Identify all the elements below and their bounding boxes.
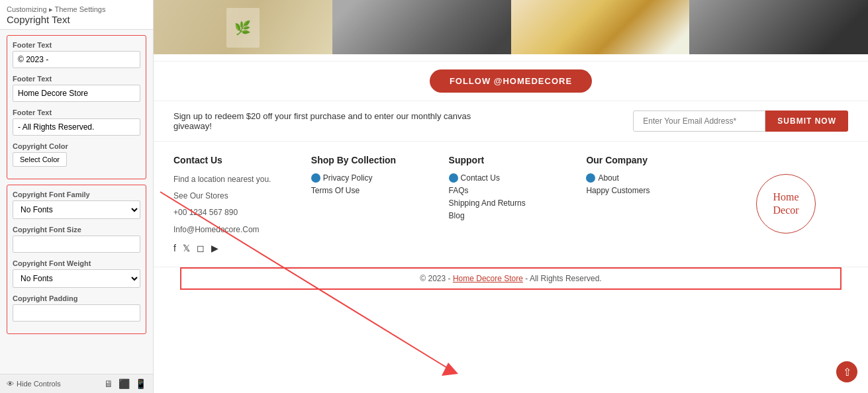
mobile-icon[interactable]: 📱 [135, 378, 146, 389]
follow-row: FOLLOW @HOMEDECORE [154, 62, 868, 101]
support-column: Support Contact Us FAQs Shipping And Ret… [449, 155, 573, 253]
copyright-prefix: © 2023 - [420, 274, 450, 283]
desktop-icon[interactable]: 🖥 [104, 378, 113, 389]
font-weight-label: Copyright Font Weight [13, 259, 140, 267]
font-family-label: Copyright Font Family [13, 191, 140, 198]
rug-image-1: 🌿 [154, 0, 332, 54]
contact-line-1: Find a location nearest you. [173, 173, 298, 186]
font-weight-group: Copyright Font Weight No Fonts [13, 259, 140, 288]
follow-button[interactable]: FOLLOW @HOMEDECORE [430, 69, 592, 93]
panel-header: Customizing ▸ Theme Settings Copyright T… [0, 0, 153, 30]
shipping-link[interactable]: Shipping And Returns [449, 198, 573, 208]
panel-body: Footer Text Footer Text Footer Text Copy… [0, 30, 153, 374]
font-section: Copyright Font Family No Fonts Copyright… [7, 185, 146, 334]
contact-column: Contact Us Find a location nearest you. … [173, 155, 298, 253]
link-icon-3 [586, 173, 595, 183]
padding-group: Copyright Padding [13, 294, 140, 322]
email-input[interactable] [633, 110, 765, 132]
footer-columns: Contact Us Find a location nearest you. … [154, 142, 868, 267]
dark-rug-image [689, 0, 868, 54]
terms-link[interactable]: Terms Of Use [311, 186, 436, 195]
font-family-group: Copyright Font Family No Fonts [13, 191, 140, 219]
about-link[interactable]: About [586, 173, 710, 183]
right-content: 🌿 FOLLOW @HOMEDECORE Sign up to redeem $… [154, 0, 868, 393]
copyright-color-group: Copyright Color Select Color [13, 142, 140, 167]
footer-text-label-3: Footer Text [13, 109, 140, 116]
scroll-up-button[interactable]: ⇧ [836, 361, 857, 382]
contact-phone: +00 1234 567 890 [173, 206, 298, 219]
panel-title: Copyright Text [7, 14, 146, 25]
copyright-suffix: - All Rights Reserved. [525, 274, 601, 283]
twitter-icon[interactable]: 𝕏 [183, 243, 190, 253]
footer-text-group-1: Footer Text [13, 41, 140, 68]
company-column: Our Company About Happy Customers [586, 155, 710, 253]
logo-text: Home Decor [773, 191, 799, 218]
footer-text-input-3[interactable] [13, 118, 140, 136]
privacy-policy-link[interactable]: Privacy Policy [311, 173, 436, 183]
panel-footer: 👁 Hide Controls 🖥 ⬛ 📱 [0, 374, 153, 393]
font-size-group: Copyright Font Size [13, 226, 140, 253]
instagram-icon[interactable]: ◻ [197, 243, 205, 253]
device-icons: 🖥 ⬛ 📱 [104, 378, 146, 389]
link-icon-1 [311, 173, 320, 183]
select-color-button[interactable]: Select Color [13, 152, 67, 167]
eye-icon: 👁 [7, 380, 14, 388]
footer-section: Footer Text Footer Text Footer Text Copy… [7, 35, 146, 179]
copyright-link[interactable]: Home Decore Store [453, 274, 523, 283]
left-panel: Customizing ▸ Theme Settings Copyright T… [0, 0, 154, 393]
contact-email: Info@Homedecore.Com [173, 224, 298, 236]
breadcrumb: Customizing ▸ Theme Settings [7, 5, 146, 14]
font-weight-select[interactable]: No Fonts [13, 269, 140, 288]
logo-column: Home Decor [724, 155, 848, 253]
support-title: Support [449, 155, 573, 165]
chairs-image [332, 0, 511, 54]
faqs-link[interactable]: FAQs [449, 186, 573, 195]
company-title: Our Company [586, 155, 710, 165]
tablet-icon[interactable]: ⬛ [119, 378, 130, 389]
padding-label: Copyright Padding [13, 294, 140, 302]
facebook-icon[interactable]: f [173, 243, 176, 253]
shop-column: Shop By Collection Privacy Policy Terms … [311, 155, 436, 253]
font-family-select[interactable]: No Fonts [13, 200, 140, 219]
contact-title: Contact Us [173, 155, 298, 165]
footer-text-input-2[interactable] [13, 85, 140, 102]
padding-input[interactable] [13, 304, 140, 322]
youtube-icon[interactable]: ▶ [211, 243, 218, 253]
blog-link[interactable]: Blog [449, 211, 573, 220]
link-icon-2 [449, 173, 458, 183]
font-size-input[interactable] [13, 236, 140, 253]
shop-title: Shop By Collection [311, 155, 436, 165]
logo-circle: Home Decor [756, 174, 816, 234]
hide-controls-label: Hide Controls [17, 380, 61, 388]
footer-text-label-2: Footer Text [13, 75, 140, 83]
submit-button[interactable]: SUBMIT NOW [765, 110, 848, 132]
hide-controls-button[interactable]: 👁 Hide Controls [7, 380, 61, 388]
contact-us-link[interactable]: Contact Us [449, 173, 573, 183]
images-row: 🌿 [154, 0, 868, 62]
signup-row: Sign up to redeem $20 off your first pur… [154, 101, 868, 142]
footer-text-group-2: Footer Text [13, 75, 140, 102]
footer-text-input-1[interactable] [13, 51, 140, 68]
copyright-bar: © 2023 - Home Decore Store - All Rights … [180, 267, 842, 290]
svg-marker-1 [442, 363, 458, 376]
signup-text: Sign up to redeem $20 off your first pur… [173, 111, 505, 131]
happy-customers-link[interactable]: Happy Customers [586, 186, 710, 195]
font-size-label: Copyright Font Size [13, 226, 140, 234]
contact-line-2[interactable]: See Our Stores [173, 190, 298, 202]
footer-text-group-3: Footer Text [13, 109, 140, 136]
copyright-color-label: Copyright Color [13, 142, 140, 150]
signup-form: SUBMIT NOW [633, 110, 848, 132]
color-rug-image [511, 0, 690, 54]
footer-text-label-1: Footer Text [13, 41, 140, 49]
social-icons: f 𝕏 ◻ ▶ [173, 243, 298, 253]
